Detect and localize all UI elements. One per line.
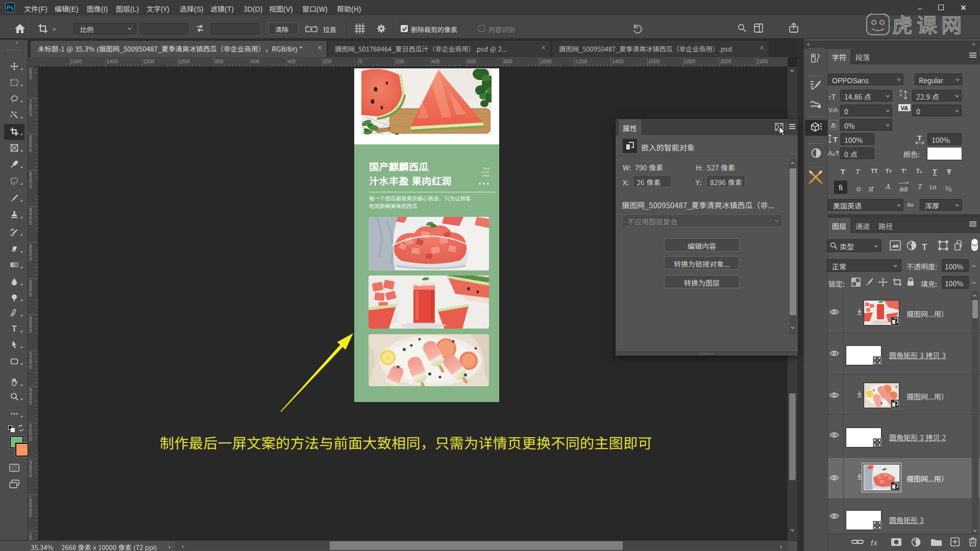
svg-text:虎课网: 虎课网 (892, 11, 966, 38)
svg-text:T: T (12, 324, 17, 333)
